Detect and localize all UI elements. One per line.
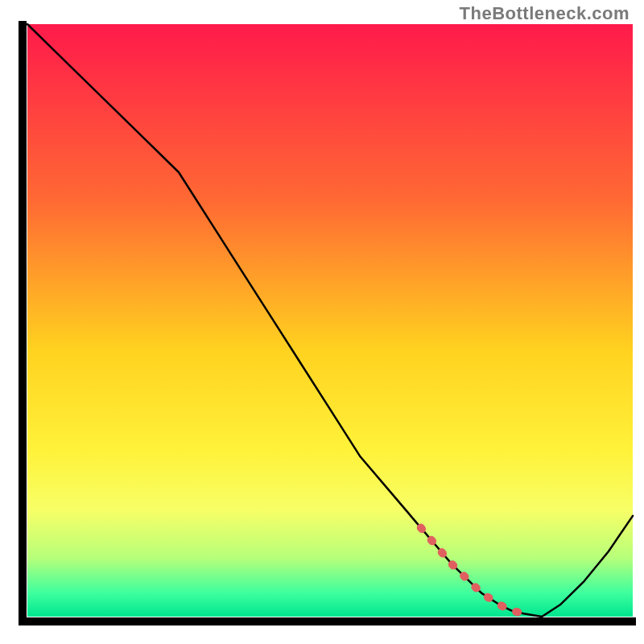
bottleneck-chart (0, 0, 644, 644)
chart-container: { "watermark": "TheBottleneck.com", "cha… (0, 0, 644, 644)
watermark-text: TheBottleneck.com (460, 3, 630, 24)
